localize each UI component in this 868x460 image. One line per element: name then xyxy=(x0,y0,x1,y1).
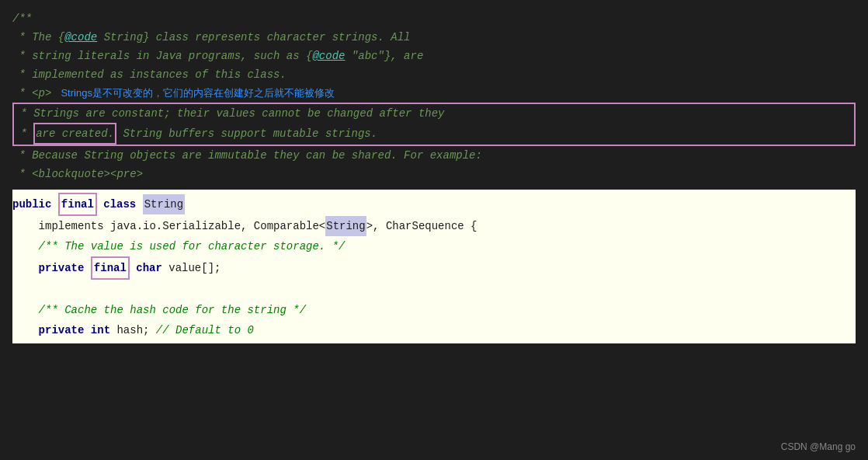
comment-text: "abc"}, are xyxy=(345,47,423,65)
field-comment-line-1: /** The value is used for character stor… xyxy=(12,236,856,256)
comment-text: * implemented as instances of this class… xyxy=(12,65,286,84)
comment-line-3: * string literals in Java programs, such… xyxy=(12,47,856,65)
comment-text: * The { xyxy=(12,28,64,47)
field-comment-line-2: /** Cache the hash code for the string *… xyxy=(12,300,856,320)
type-string-2: String xyxy=(325,216,366,236)
kw-char: char xyxy=(136,258,162,278)
implements-line: implements java.io.Serializable, Compara… xyxy=(12,216,856,236)
comment-section: /** * The {@code String} class represent… xyxy=(12,6,856,186)
annotation-code: @code xyxy=(64,28,97,47)
field-hash-line: private int hash; // Default to 0 xyxy=(12,320,856,340)
comment-text: /** xyxy=(12,9,32,28)
kw-int: int xyxy=(91,320,110,340)
comment-line-8: * Because String objects are immutable t… xyxy=(12,146,856,165)
comment-line-9: * <blockquote><pre> xyxy=(12,165,856,183)
inline-comment-default: // Default to 0 xyxy=(156,320,254,340)
highlighted-comment-block: * Strings are constant; their values can… xyxy=(12,103,856,146)
are-created-highlight: are created. xyxy=(33,123,116,145)
comment-text: * Because String objects are immutable t… xyxy=(12,146,482,165)
comment-line-5: * <p> Strings是不可改变的，它们的内容在创建好之后就不能被修改 xyxy=(12,84,856,103)
chinese-tooltip: Strings是不可改变的，它们的内容在创建好之后就不能被修改 xyxy=(61,84,334,103)
code-section: public final class String implements jav… xyxy=(12,190,856,343)
kw-private-2: private xyxy=(39,320,85,340)
comment-text: String} class represents character strin… xyxy=(97,28,410,47)
comment-text: String buffers support mutable strings. xyxy=(116,124,377,143)
annotation-code2: @code xyxy=(312,47,345,65)
field-comment-1-text: /** The value is used for character stor… xyxy=(12,236,345,256)
comment-text: * <blockquote><pre> xyxy=(12,165,143,183)
watermark: CSDN @Mang go xyxy=(781,441,856,452)
field-value-line: private final char value[]; xyxy=(12,256,856,280)
kw-final-field: final xyxy=(91,256,130,280)
kw-public: public xyxy=(12,194,51,214)
comment-tag-p: * <p> xyxy=(12,84,51,103)
class-declaration-line: public final class String xyxy=(12,193,856,216)
comment-text: * xyxy=(14,124,33,143)
comment-text: * string literals in Java programs, such… xyxy=(12,47,312,65)
watermark-text: CSDN @Mang go xyxy=(781,441,856,452)
comment-line-4: * implemented as instances of this class… xyxy=(12,65,856,84)
code-editor: /** * The {@code String} class represent… xyxy=(0,0,868,460)
kw-class: class xyxy=(103,194,136,214)
kw-final-class: final xyxy=(58,193,97,216)
comment-text: * Strings are constant; their values can… xyxy=(14,104,445,123)
blank-line-1 xyxy=(12,280,856,300)
comment-line-6: * Strings are constant; their values can… xyxy=(14,104,854,123)
comment-line-2: * The {@code String} class represents ch… xyxy=(12,28,856,47)
comment-line-1: /** xyxy=(12,9,856,28)
class-name-string: String xyxy=(143,194,185,214)
field-comment-2-text: /** Cache the hash code for the string *… xyxy=(12,300,306,320)
kw-private-1: private xyxy=(39,258,85,278)
comment-line-7: * are created. String buffers support mu… xyxy=(14,123,854,145)
